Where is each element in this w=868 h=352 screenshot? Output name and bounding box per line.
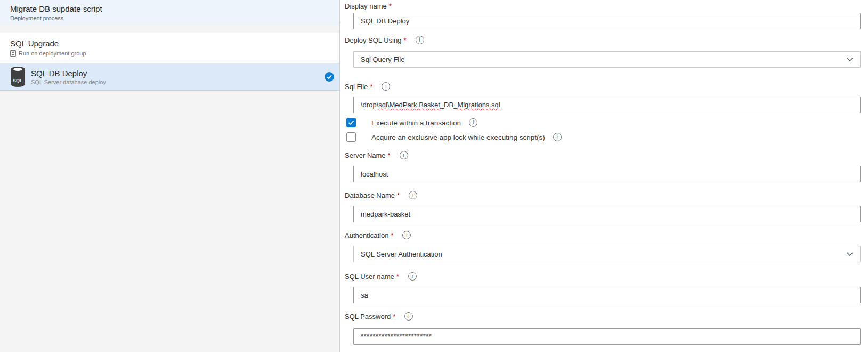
sql-file-input[interactable]: \drop\sql\MedPark.Basket_DB_Migrations.s… [353, 97, 861, 113]
sql-file-label-row: Sql File* i [345, 82, 861, 91]
deploy-sql-using-select[interactable]: Sql Query File [353, 51, 861, 68]
phase-item-sql-upgrade[interactable]: SQL Upgrade Run on deployment group [0, 33, 339, 63]
authentication-label-row: Authentication* i [345, 231, 861, 239]
info-icon[interactable]: i [408, 272, 417, 281]
sql-user-label-row: SQL User name* i [345, 272, 861, 281]
execute-transaction-label[interactable]: Execute within a transaction [371, 119, 461, 127]
database-name-label: Database Name [345, 191, 395, 199]
info-icon[interactable]: i [402, 231, 411, 239]
deployment-process-item[interactable]: Migrate DB supdate script Deployment pro… [0, 0, 339, 25]
required-asterisk: * [370, 83, 372, 91]
info-icon[interactable]: i [400, 151, 408, 159]
required-asterisk: * [396, 273, 399, 281]
sql-database-icon: SQL [11, 67, 25, 87]
sql-icon-label: SQL [11, 78, 25, 83]
phase-subtitle-row: Run on deployment group [10, 50, 339, 57]
execute-transaction-row: Execute within a transaction i [346, 118, 861, 127]
display-name-input[interactable] [353, 13, 861, 29]
authentication-label: Authentication [345, 231, 388, 239]
execute-transaction-checkbox[interactable] [346, 118, 356, 127]
sql-file-label: Sql File [345, 83, 368, 91]
info-icon[interactable]: i [382, 82, 390, 91]
server-name-label-row: Server Name* i [345, 151, 861, 159]
task-title: SQL DB Deploy [31, 69, 106, 78]
info-icon[interactable]: i [409, 191, 417, 199]
authentication-select[interactable]: SQL Server Authentication [353, 246, 861, 262]
phase-title: SQL Upgrade [10, 39, 339, 48]
info-icon[interactable]: i [469, 118, 477, 127]
info-icon[interactable]: i [416, 36, 424, 44]
info-icon[interactable]: i [404, 312, 413, 321]
required-asterisk: * [393, 313, 395, 321]
task-texts: SQL DB Deploy SQL Server database deploy [31, 69, 106, 85]
sql-user-input[interactable] [353, 287, 861, 303]
task-item-sql-db-deploy[interactable]: SQL SQL DB Deploy SQL Server database de… [0, 63, 339, 91]
display-name-label-row: Display name* [345, 2, 861, 10]
path-segment-misspelled: sql [378, 101, 387, 109]
path-segment-misspelled: MedPark.Basket [390, 101, 440, 109]
pipeline-subtitle: Deployment process [10, 15, 339, 21]
info-icon[interactable]: i [553, 133, 562, 141]
phase-subtitle: Run on deployment group [19, 50, 86, 57]
path-segment-misspelled: Migrations.sql [457, 101, 500, 109]
deploy-sql-using-label: Deploy SQL Using [345, 36, 401, 44]
database-name-label-row: Database Name* i [345, 191, 861, 199]
pipeline-tasks-panel: Migrate DB supdate script Deployment pro… [0, 0, 340, 352]
deploy-sql-using-value: Sql Query File [361, 55, 404, 63]
authentication-value: SQL Server Authentication [361, 250, 442, 258]
path-segment: _DB_ [440, 101, 458, 109]
app-lock-label[interactable]: Acquire an exclusive app lock while exec… [371, 133, 545, 141]
required-asterisk: * [389, 2, 392, 10]
database-name-input[interactable] [353, 206, 861, 222]
sql-password-label: SQL Password [345, 313, 391, 321]
task-settings-form: Display name* Deploy SQL Using* i Sql Qu… [340, 0, 868, 352]
app-lock-row: Acquire an exclusive app lock while exec… [346, 132, 861, 142]
sql-password-input[interactable] [353, 328, 861, 345]
deployment-group-icon [10, 50, 16, 57]
server-name-label: Server Name [345, 151, 386, 159]
sql-password-label-row: SQL Password* i [345, 312, 861, 321]
chevron-down-icon [847, 58, 853, 62]
task-selected-check-icon [325, 72, 334, 82]
deploy-sql-using-label-row: Deploy SQL Using* i [345, 36, 861, 44]
required-asterisk: * [397, 191, 400, 199]
server-name-input[interactable] [353, 166, 861, 182]
sql-user-label: SQL User name [345, 273, 394, 281]
required-asterisk: * [388, 151, 391, 159]
chevron-down-icon [847, 252, 853, 257]
task-subtitle: SQL Server database deploy [31, 79, 106, 85]
display-name-label: Display name [345, 2, 387, 10]
app-lock-checkbox[interactable] [346, 132, 356, 142]
required-asterisk: * [391, 231, 393, 239]
required-asterisk: * [403, 36, 406, 44]
path-segment: \drop\ [361, 101, 378, 109]
pipeline-title: Migrate DB supdate script [10, 4, 339, 13]
